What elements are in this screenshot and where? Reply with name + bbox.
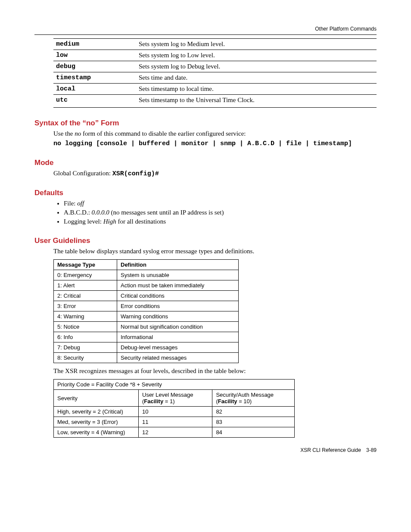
ug-mid: The XSR recognizes messages at four leve… bbox=[53, 367, 377, 375]
list-item: Logging level: High for all destinations bbox=[64, 218, 377, 225]
cell: 6: Info bbox=[54, 332, 117, 342]
table-row: 5: NoticeNormal but signification condit… bbox=[54, 322, 239, 332]
cell: Error conditions bbox=[117, 301, 239, 311]
section-defaults: Defaults bbox=[34, 189, 377, 197]
param-desc: Sets system log to Medium level. bbox=[136, 39, 377, 50]
list-item: File: off bbox=[64, 200, 377, 207]
section-user-guidelines: User Guidelines bbox=[34, 236, 377, 245]
param-desc: Sets time and date. bbox=[136, 72, 377, 84]
cell: High, severity = 2 (Critical) bbox=[54, 407, 139, 417]
text: User Level Message bbox=[142, 392, 193, 398]
defaults-list: File: offA.B.C.D.: 0.0.0.0 (no messages … bbox=[53, 200, 377, 225]
footer-page: 3-89 bbox=[366, 447, 377, 453]
footer-sep bbox=[361, 447, 366, 453]
col-header: User Level Message (Facility = 1) bbox=[139, 390, 212, 407]
table-row: timestampSets time and date. bbox=[53, 72, 377, 84]
text: Facility bbox=[218, 398, 237, 404]
cell: 4: Warning bbox=[54, 311, 117, 322]
section-syntax: Syntax of the “no” Form bbox=[34, 119, 377, 128]
cell: 1: Alert bbox=[54, 280, 117, 291]
table-row: utcSets timestamp to the Universal Time … bbox=[53, 95, 377, 106]
cell: Med, severity = 3 (Error) bbox=[54, 417, 139, 427]
param-keyword: low bbox=[53, 50, 136, 61]
footer-title: XSR CLI Reference Guide bbox=[300, 447, 361, 453]
syntax-code: no logging [console | buffered | monitor… bbox=[53, 140, 377, 147]
header-section: Other Platform Commands bbox=[34, 26, 377, 32]
text: Global Configuration: bbox=[53, 170, 112, 177]
param-keyword: debug bbox=[53, 61, 136, 72]
table-row: 4: WarningWarning conditions bbox=[54, 311, 239, 322]
cell: 3: Error bbox=[54, 301, 117, 311]
table-row: lowSets system log to Low level. bbox=[53, 50, 377, 61]
ug-intro: The table below displays standard syslog… bbox=[53, 248, 377, 255]
cell: 10 bbox=[139, 407, 212, 417]
text: Facility bbox=[144, 398, 163, 404]
cell: Low, severity = 4 (Warning) bbox=[54, 427, 139, 438]
table-row: Med, severity = 3 (Error)1183 bbox=[54, 417, 295, 427]
params-bottom-rule bbox=[53, 107, 377, 108]
col-header: Security/Auth Message (Facility = 10) bbox=[212, 390, 295, 407]
table-row: 2: CriticalCritical conditions bbox=[54, 291, 239, 301]
cell: Normal but signification condition bbox=[117, 322, 239, 332]
col-header: Message Type bbox=[54, 260, 117, 270]
no-keyword: no bbox=[75, 130, 81, 137]
param-keyword: timestamp bbox=[53, 72, 136, 84]
text: Use the bbox=[53, 130, 75, 137]
section-mode: Mode bbox=[34, 159, 377, 167]
param-keyword: utc bbox=[53, 95, 136, 106]
cell: 83 bbox=[212, 417, 295, 427]
cell: 11 bbox=[139, 417, 212, 427]
syntax-intro: Use the no form of this command to disab… bbox=[53, 130, 377, 137]
param-desc: Sets system log to Low level. bbox=[136, 50, 377, 61]
table-row: 1: AlertAction must be taken immediately bbox=[54, 280, 239, 291]
cell: Action must be taken immediately bbox=[117, 280, 239, 291]
table-row: 8: SecuritySecurity related messages bbox=[54, 353, 239, 363]
cell: Informational bbox=[117, 332, 239, 342]
cell: 84 bbox=[212, 427, 295, 438]
cell: 8: Security bbox=[54, 353, 117, 363]
param-keyword: local bbox=[53, 84, 136, 95]
text: = 1) bbox=[163, 398, 174, 404]
table-row: localSets timestamp to local time. bbox=[53, 84, 377, 95]
cell: 7: Debug bbox=[54, 342, 117, 353]
cell: System is unusable bbox=[117, 270, 239, 280]
cell: Security related messages bbox=[117, 353, 239, 363]
cell: 82 bbox=[212, 407, 295, 417]
param-desc: Sets timestamp to the Universal Time Clo… bbox=[136, 95, 377, 106]
cell: Critical conditions bbox=[117, 291, 239, 301]
text: = 10) bbox=[237, 398, 252, 404]
parameters-table: mediumSets system log to Medium level.lo… bbox=[53, 38, 377, 106]
col-header: Severity bbox=[54, 390, 139, 407]
cell: Warning conditions bbox=[117, 311, 239, 322]
table-row: 0: EmergencySystem is unusable bbox=[54, 270, 239, 280]
mode-code: XSR(config)# bbox=[112, 170, 159, 177]
prio-caption: Priority Code = Facility Code *8 + Sever… bbox=[54, 380, 295, 390]
cell: 0: Emergency bbox=[54, 270, 117, 280]
cell: 12 bbox=[139, 427, 212, 438]
table-row: Low, severity = 4 (Warning)1284 bbox=[54, 427, 295, 438]
message-type-table: Message Type Definition 0: EmergencySyst… bbox=[53, 259, 239, 363]
table-row: mediumSets system log to Medium level. bbox=[53, 39, 377, 50]
priority-table: Priority Code = Facility Code *8 + Sever… bbox=[53, 379, 295, 438]
table-row: 3: ErrorError conditions bbox=[54, 301, 239, 311]
col-header: Definition bbox=[117, 260, 239, 270]
param-keyword: medium bbox=[53, 39, 136, 50]
text: Security/Auth Message bbox=[216, 392, 274, 398]
table-row: 7: DebugDebug-level messages bbox=[54, 342, 239, 353]
mode-text: Global Configuration: XSR(config)# bbox=[53, 170, 377, 177]
cell: 5: Notice bbox=[54, 322, 117, 332]
table-row: debugSets system log to Debug level. bbox=[53, 61, 377, 72]
cell: Debug-level messages bbox=[117, 342, 239, 353]
table-row: 6: InfoInformational bbox=[54, 332, 239, 342]
table-row: High, severity = 2 (Critical)1082 bbox=[54, 407, 295, 417]
cell: 2: Critical bbox=[54, 291, 117, 301]
page-footer: XSR CLI Reference Guide 3-89 bbox=[34, 447, 377, 453]
text: form of this command to disable the earl… bbox=[81, 130, 246, 137]
param-desc: Sets timestamp to local time. bbox=[136, 84, 377, 95]
param-desc: Sets system log to Debug level. bbox=[136, 61, 377, 72]
header-rule bbox=[34, 34, 377, 35]
list-item: A.B.C.D.: 0.0.0.0 (no messages sent unti… bbox=[64, 209, 377, 216]
